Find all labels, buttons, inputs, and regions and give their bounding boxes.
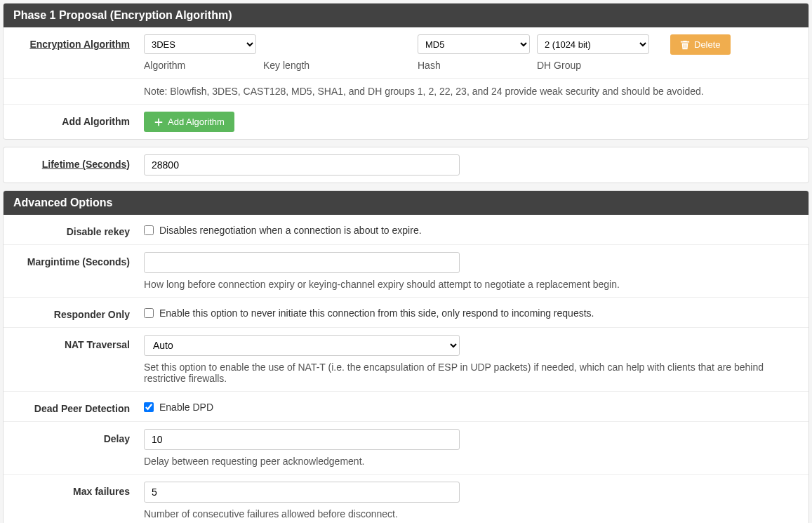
disable-rekey-checkbox[interactable] — [144, 225, 154, 235]
plus-icon — [154, 117, 164, 127]
label-dpd: Dead Peer Detection — [4, 399, 144, 414]
delay-input[interactable] — [144, 429, 460, 450]
lifetime-panel: Lifetime (Seconds) — [3, 147, 809, 183]
hash-sublabel: Hash — [418, 60, 530, 71]
hash-select[interactable]: MD5 — [418, 34, 530, 54]
row-dpd: Dead Peer Detection Enable DPD — [4, 392, 808, 422]
margintime-input[interactable] — [144, 252, 460, 273]
row-responder: Responder Only Enable this option to nev… — [4, 298, 808, 328]
delay-help: Delay between requesting peer acknowledg… — [144, 456, 797, 467]
trash-icon — [680, 40, 690, 50]
dhgroup-select[interactable]: 2 (1024 bit) — [537, 34, 649, 54]
keylength-sublabel: Key length — [263, 60, 411, 71]
margintime-help: How long before connection expiry or key… — [144, 279, 797, 290]
row-encryption-algorithm: Encryption Algorithm 3DES Algorithm Key … — [4, 27, 808, 79]
label-encryption-algorithm: Encryption Algorithm — [4, 34, 144, 50]
disable-rekey-text: Disables renegotiation when a connection… — [159, 225, 422, 236]
phase1-panel: Phase 1 Proposal (Encryption Algorithm) … — [3, 3, 809, 140]
dpd-text: Enable DPD — [159, 402, 213, 413]
label-delay: Delay — [4, 429, 144, 444]
label-responder: Responder Only — [4, 305, 144, 320]
row-lifetime: Lifetime (Seconds) — [4, 147, 808, 183]
row-nat: NAT Traversal Auto Set this option to en… — [4, 328, 808, 392]
advanced-title: Advanced Options — [4, 191, 808, 215]
phase1-title: Phase 1 Proposal (Encryption Algorithm) — [4, 4, 808, 27]
responder-text: Enable this option to never initiate thi… — [159, 307, 594, 319]
algorithm-select[interactable]: 3DES — [144, 34, 256, 54]
nat-select[interactable]: Auto — [144, 335, 460, 356]
dpd-checkbox[interactable] — [144, 402, 154, 412]
maxfail-help: Number of consecutive failures allowed b… — [144, 508, 797, 519]
maxfail-input[interactable] — [144, 482, 460, 503]
row-note: Note: Blowfish, 3DES, CAST128, MD5, SHA1… — [4, 79, 808, 105]
delete-button[interactable]: Delete — [670, 34, 731, 55]
label-lifetime: Lifetime (Seconds) — [4, 154, 144, 170]
security-note: Note: Blowfish, 3DES, CAST128, MD5, SHA1… — [144, 86, 797, 97]
row-maxfail: Max failures Number of consecutive failu… — [4, 475, 808, 523]
label-disable-rekey: Disable rekey — [4, 222, 144, 237]
algorithm-sublabel: Algorithm — [144, 60, 256, 71]
row-disable-rekey: Disable rekey Disables renegotiation whe… — [4, 215, 808, 245]
label-add-algorithm: Add Algorithm — [4, 112, 144, 127]
label-margintime: Margintime (Seconds) — [4, 252, 144, 267]
row-add-algorithm: Add Algorithm Add Algorithm — [4, 105, 808, 139]
nat-help: Set this option to enable the use of NAT… — [144, 362, 797, 384]
responder-checkbox[interactable] — [144, 308, 154, 318]
lifetime-input[interactable] — [144, 154, 460, 176]
label-maxfail: Max failures — [4, 482, 144, 497]
advanced-panel: Advanced Options Disable rekey Disables … — [3, 190, 809, 523]
label-nat: NAT Traversal — [4, 335, 144, 350]
dhgroup-sublabel: DH Group — [537, 60, 649, 71]
add-algorithm-button[interactable]: Add Algorithm — [144, 112, 234, 132]
row-delay: Delay Delay between requesting peer ackn… — [4, 422, 808, 475]
row-margintime: Margintime (Seconds) How long before con… — [4, 245, 808, 298]
